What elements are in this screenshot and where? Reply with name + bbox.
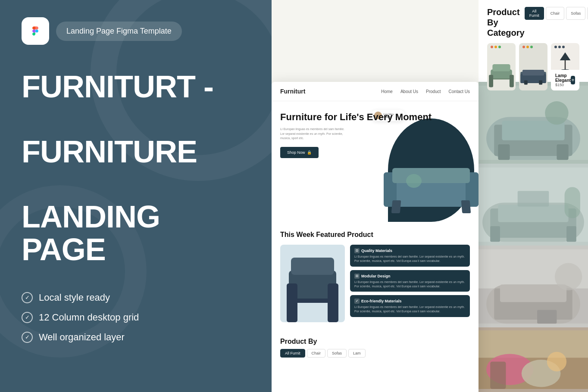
feature-card-modular-title: ⊡ Modular Design (354, 274, 466, 279)
svg-point-32 (545, 101, 568, 124)
category-title: Product By Category (487, 7, 525, 38)
svg-rect-45 (500, 284, 566, 302)
svg-rect-37 (490, 226, 500, 242)
check-icon-3: ✓ (22, 332, 33, 343)
product-by-bottom: Product By All Furnit Chair Sofas Lam (272, 331, 479, 358)
svg-rect-39 (518, 191, 549, 206)
dot-green-2 (530, 46, 533, 48)
features-list: ✓ Local style ready ✓ 12 Column desktop … (22, 292, 250, 343)
svg-rect-38 (566, 226, 576, 242)
featured-image (280, 245, 345, 322)
check-icon-2: ✓ (22, 312, 33, 323)
hero-text: Furniture for Life's Every Moment Li Eur… (280, 112, 470, 222)
featured-content: ⊡ Quality Materials Li Europan linguas e… (280, 245, 470, 322)
product-card-lamp: Lamp Elegant $150 + (551, 43, 579, 90)
left-panel: Landing Page Figma Template FURNITURT - … (0, 0, 272, 392)
gallery-item-3 (479, 246, 588, 327)
featured-title: This Week Featured Product (280, 230, 470, 239)
dot-red (491, 46, 493, 48)
dot-orange (494, 46, 497, 48)
svg-rect-47 (537, 310, 557, 324)
bottom-tab-all[interactable]: All Furnit (280, 349, 305, 358)
tab-all-furnit[interactable]: All Furnit (525, 7, 544, 20)
category-header: Product By Category All Furnit Chair Sof… (487, 7, 579, 38)
room-4-svg (479, 327, 588, 392)
right-gallery (479, 82, 588, 392)
website-hero: Furniture for Life's Every Moment Li Eur… (272, 101, 479, 222)
add-lamp-button[interactable]: + (571, 76, 575, 84)
svg-rect-9 (524, 81, 528, 85)
modular-icon: ⊡ (354, 274, 360, 279)
bottom-tab-lam[interactable]: Lam (348, 349, 366, 358)
website-logo: Furniturt (280, 88, 305, 95)
tab-sofas[interactable]: Sofas (566, 7, 585, 20)
svg-rect-31 (557, 144, 568, 160)
shop-now-button[interactable]: Shop Now 🔒 (280, 147, 319, 158)
svg-rect-36 (498, 205, 568, 222)
gallery-item-4 (479, 327, 588, 392)
gallery-item-1 (479, 82, 588, 164)
check-icon-1: ✓ (22, 292, 33, 303)
feature-card-quality: ⊡ Quality Materials Li Europan linguas e… (350, 245, 470, 267)
category-tabs: All Furnit Chair Sofas Lamps (525, 7, 588, 20)
svg-point-53 (547, 352, 566, 371)
svg-rect-40 (565, 187, 580, 218)
top-bar: Landing Page Figma Template (22, 17, 250, 45)
svg-rect-12 (565, 60, 566, 70)
bottom-tabs: All Furnit Chair Sofas Lam (280, 349, 470, 358)
right-panel: Product By Category All Furnit Chair Sof… (272, 0, 588, 392)
tab-chair[interactable]: Chair (546, 7, 565, 20)
lamp-info: Lamp Elegant $150 (555, 73, 571, 87)
feature-card-modular: ⊡ Modular Design Li Europan linguas es m… (350, 270, 470, 292)
room-2-svg (479, 164, 588, 246)
eco-icon: ✓ (354, 299, 360, 304)
product-by-category-section: Product By Category All Furnit Chair Sof… (479, 0, 588, 82)
feature-card-eco-title: ✓ Eco-friendly Materials (354, 299, 466, 304)
features-cards: ⊡ Quality Materials Li Europan linguas e… (350, 245, 470, 322)
quality-icon: ⊡ (354, 248, 360, 253)
svg-rect-3 (510, 75, 514, 87)
room-1-svg (479, 82, 588, 164)
lamp-card-label: Lamp Elegant $150 + (551, 70, 579, 90)
dot-red-2 (522, 46, 525, 48)
lock-icon: 🔒 (307, 150, 312, 155)
gallery-item-2 (479, 164, 588, 246)
product-cards-row: Lamp Elegant $150 + (487, 43, 579, 90)
feature-item-3: ✓ Well organized layer (22, 332, 250, 343)
bottom-tab-sofas[interactable]: Sofas (327, 349, 347, 358)
website-nav-links: Home About Us Product Contact Us (381, 89, 470, 94)
product-dots-1 (491, 46, 501, 48)
nav-product[interactable]: Product (426, 89, 441, 94)
featured-section: This Week Featured Product ⊡ (272, 222, 479, 331)
nav-home[interactable]: Home (381, 89, 393, 94)
chair-svg (487, 54, 516, 90)
feature-card-eco: ✓ Eco-friendly Materials Li Europan ling… (350, 295, 470, 317)
feature-item-2: ✓ 12 Column desktop grid (22, 312, 250, 323)
modular-text: Li Europan linguas es membres del sam fa… (354, 280, 466, 289)
svg-rect-23 (287, 283, 297, 322)
feature-item-1: ✓ Local style ready (22, 292, 250, 303)
quality-text: Li Europan linguas es membres del sam fa… (354, 255, 466, 263)
dot-green (498, 46, 501, 48)
svg-marker-11 (560, 52, 571, 60)
svg-rect-30 (498, 144, 510, 160)
main-title: FURNITURT - FURNITURE LANDING PAGE (22, 71, 250, 266)
product-card-sofa (519, 43, 547, 90)
nav-about[interactable]: About Us (400, 89, 418, 94)
bottom-tab-chair[interactable]: Chair (307, 349, 326, 358)
svg-rect-10 (539, 81, 542, 85)
room-3-svg (479, 246, 588, 327)
figma-icon (22, 17, 49, 45)
nav-contact[interactable]: Contact Us (449, 89, 470, 94)
product-by-bottom-title: Product By (280, 338, 470, 345)
template-badge: Landing Page Figma Template (56, 22, 182, 41)
website-preview: Furniturt Home About Us Product Contact … (272, 82, 479, 392)
chair-featured-svg (280, 245, 345, 322)
svg-rect-2 (489, 75, 493, 87)
hero-title: Furniture for Life's Every Moment (280, 112, 470, 123)
product-card-chair (487, 43, 516, 90)
dot-orange-2 (526, 46, 529, 48)
svg-point-46 (555, 263, 582, 291)
product-dots-2 (522, 46, 533, 48)
svg-rect-52 (490, 362, 506, 389)
